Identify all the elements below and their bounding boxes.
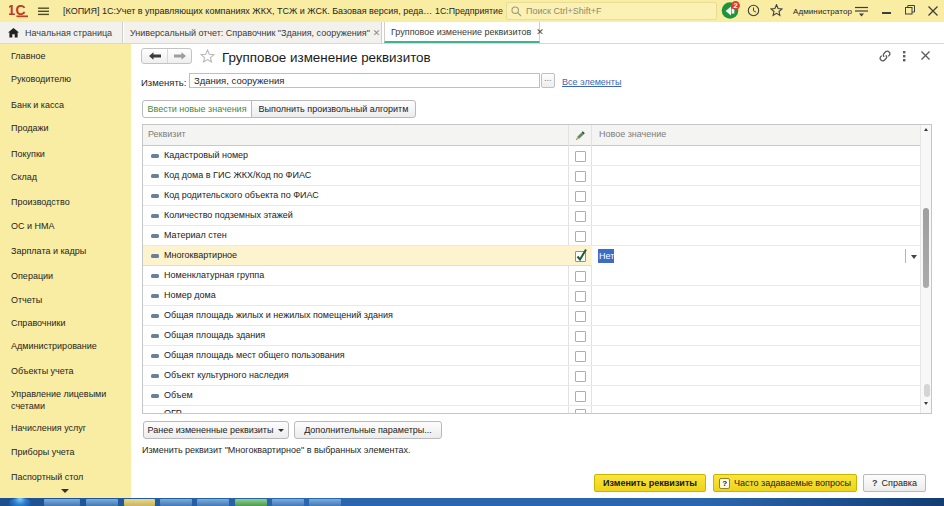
svg-text:2: 2 bbox=[734, 1, 738, 10]
